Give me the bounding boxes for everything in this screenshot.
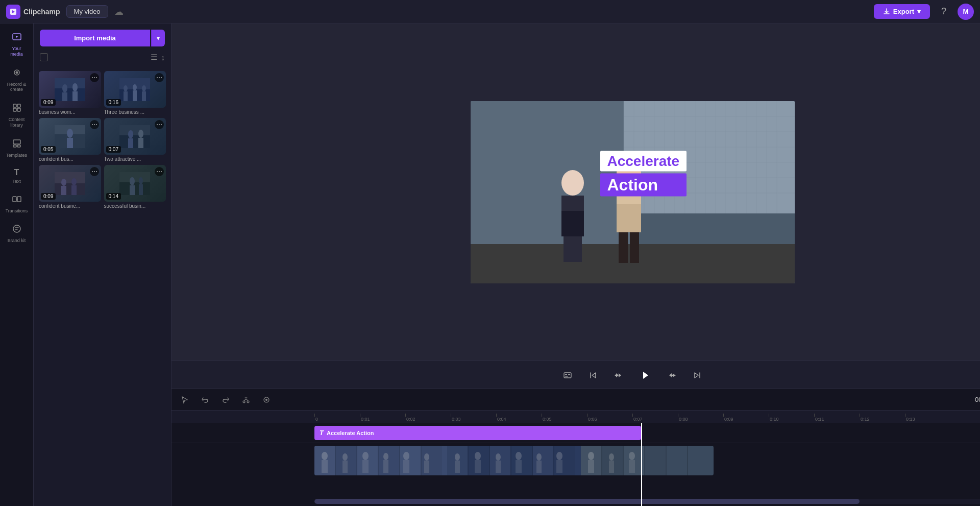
sidebar-item-content-library[interactable]: Contentlibrary xyxy=(2,99,32,132)
thumb-more-button[interactable]: ⋯ xyxy=(155,73,164,82)
media-toolbar: ☰ ↕ xyxy=(40,51,165,64)
svg-point-76 xyxy=(561,170,584,196)
sidebar-item-transitions[interactable]: Transitions xyxy=(2,190,32,218)
svg-rect-79 xyxy=(564,236,573,262)
thumb-more-button[interactable]: ⋯ xyxy=(90,120,99,129)
media-item-business-women[interactable]: 0:09 ⋯ business wom... xyxy=(39,71,101,115)
svg-point-36 xyxy=(138,130,143,138)
play-button[interactable] xyxy=(636,366,654,384)
sidebar-label-content: Contentlibrary xyxy=(9,117,25,128)
video-segment-3[interactable] xyxy=(581,446,714,475)
duration-badge: 0:14 xyxy=(106,193,121,200)
thumb-more-button[interactable]: ⋯ xyxy=(90,167,99,176)
avatar[interactable]: M xyxy=(958,4,974,20)
svg-point-151 xyxy=(588,452,594,460)
svg-point-133 xyxy=(496,453,501,461)
import-dropdown-button[interactable]: ▾ xyxy=(151,30,165,46)
thumb-confident1[interactable]: 0:05 ⋯ xyxy=(39,118,101,155)
thumb-more-button[interactable]: ⋯ xyxy=(155,167,164,176)
svg-rect-12 xyxy=(17,197,21,202)
fast-forward-button[interactable] xyxy=(664,367,680,383)
svg-rect-47 xyxy=(130,185,135,195)
timeline-scrollbar-thumb[interactable] xyxy=(314,499,860,504)
timeline-playhead[interactable] xyxy=(641,423,642,506)
sidebar-item-text[interactable]: T Text xyxy=(2,164,32,188)
ruler-mark-4: 0:04 xyxy=(496,414,542,422)
svg-rect-7 xyxy=(17,108,20,111)
sidebar-label-record: Record &create xyxy=(7,82,27,93)
svg-rect-110 xyxy=(362,460,369,473)
undo-button[interactable] xyxy=(198,393,212,407)
svg-rect-112 xyxy=(383,460,388,473)
logo-icon xyxy=(6,5,20,19)
cloud-icon: ☁ xyxy=(114,6,124,17)
sidebar-item-record-create[interactable]: Record &create xyxy=(2,63,32,97)
help-button[interactable]: ? xyxy=(936,4,951,19)
app-name: Clipchamp xyxy=(23,8,60,16)
redo-button[interactable] xyxy=(218,393,233,407)
svg-point-129 xyxy=(455,453,460,461)
thumb-more-button[interactable]: ⋯ xyxy=(90,73,99,82)
ruler-mark-5: 0:05 xyxy=(542,414,587,422)
svg-rect-89 xyxy=(568,374,570,375)
select-tool-button[interactable] xyxy=(178,393,192,407)
sort-buttons: ☰ ↕ xyxy=(151,53,165,62)
media-item-three-business[interactable]: 0:16 ⋯ Three business ... xyxy=(104,71,166,115)
svg-rect-33 xyxy=(119,135,150,148)
svg-rect-11 xyxy=(13,197,16,202)
text-track[interactable]: T Accelerate Action xyxy=(314,426,641,440)
video-canvas: Accelerate Action xyxy=(471,101,795,283)
cut-button[interactable] xyxy=(239,393,253,407)
ruler-mark-3: 0:03 xyxy=(451,414,496,422)
sidebar-item-your-media[interactable]: Yourmedia xyxy=(2,28,32,61)
thumb-confident2[interactable]: 0:09 ⋯ xyxy=(39,165,101,202)
thumb-three-business[interactable]: 0:16 ⋯ xyxy=(104,71,166,108)
thumb-more-button[interactable]: ⋯ xyxy=(155,120,164,129)
overlay-line2: Action xyxy=(600,174,687,197)
sort-button[interactable]: ☰ xyxy=(151,53,157,62)
svg-rect-5 xyxy=(17,104,20,107)
ruler-mark-0: 0 xyxy=(314,414,360,422)
rewind-button[interactable] xyxy=(610,367,627,383)
sidebar-item-brand-kit[interactable]: Brand kit xyxy=(2,220,32,247)
thumb-business-women[interactable]: 0:09 ⋯ xyxy=(39,71,101,108)
svg-rect-43 xyxy=(71,185,77,195)
video-segment-1[interactable] xyxy=(314,446,447,475)
media-item-two-attractive[interactable]: 0:07 ⋯ Two attractive ... xyxy=(104,118,166,162)
svg-point-111 xyxy=(383,453,388,460)
timeline-tracks: T Accelerate Action xyxy=(172,423,980,506)
svg-point-34 xyxy=(128,130,133,138)
captions-button[interactable] xyxy=(559,367,576,383)
import-media-button[interactable]: Import media xyxy=(40,30,150,46)
svg-point-95 xyxy=(265,399,267,401)
svg-rect-140 xyxy=(556,460,562,473)
order-button[interactable]: ↕ xyxy=(161,53,165,62)
timeline-scrollbar[interactable] xyxy=(314,499,980,504)
media-item-confident1[interactable]: 0:05 ⋯ confident bus... xyxy=(39,118,101,162)
video-title[interactable]: My video xyxy=(66,5,108,18)
svg-rect-4 xyxy=(13,104,16,107)
export-button[interactable]: Export ▾ xyxy=(874,4,930,19)
svg-rect-156 xyxy=(629,460,635,473)
duration-badge: 0:05 xyxy=(41,146,56,153)
select-all-checkbox[interactable] xyxy=(40,53,48,61)
svg-rect-25 xyxy=(133,90,137,101)
audio-button[interactable] xyxy=(259,393,274,407)
media-item-successful[interactable]: 0:14 ⋯ successful busin... xyxy=(104,165,166,209)
video-segment-2[interactable] xyxy=(447,446,581,475)
skip-back-button[interactable] xyxy=(585,367,601,383)
svg-rect-150 xyxy=(645,446,666,475)
svg-rect-39 xyxy=(55,183,85,195)
record-icon xyxy=(12,67,22,80)
skip-forward-button[interactable] xyxy=(689,367,705,383)
timeline-area: 00:07.41 / 00:09.03 xyxy=(172,389,980,506)
sidebar-item-templates[interactable]: Templates xyxy=(2,134,32,162)
svg-rect-6 xyxy=(13,108,16,111)
svg-rect-49 xyxy=(139,184,143,195)
video-track[interactable] xyxy=(314,446,714,475)
svg-rect-152 xyxy=(588,460,594,473)
thumb-successful[interactable]: 0:14 ⋯ xyxy=(104,165,166,202)
media-label: successful busin... xyxy=(104,202,166,209)
thumb-two-attractive[interactable]: 0:07 ⋯ xyxy=(104,118,166,155)
media-item-confident2[interactable]: 0:09 ⋯ confident busine... xyxy=(39,165,101,209)
